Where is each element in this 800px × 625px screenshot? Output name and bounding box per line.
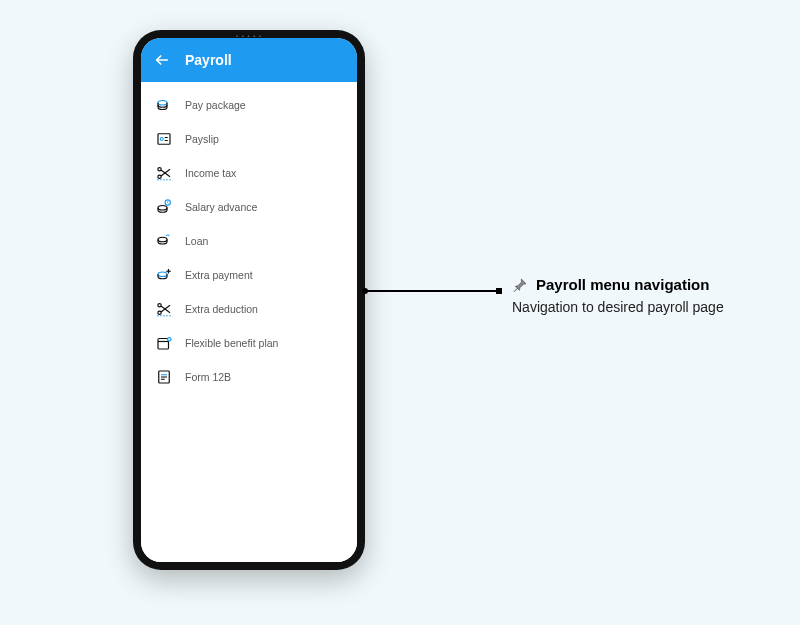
coins-hand-icon [155,232,173,250]
menu-item-loan[interactable]: Loan [141,224,357,258]
form-icon [155,368,173,386]
menu-item-extra-payment[interactable]: Extra payment [141,258,357,292]
pushpin-icon [512,277,528,293]
arrow-left-icon [154,52,170,68]
payroll-menu: Pay package Payslip Income tax Salary ad… [141,82,357,562]
svg-point-13 [158,237,167,242]
back-button[interactable] [153,51,171,69]
svg-point-17 [158,304,161,307]
menu-item-label: Form 12B [185,371,231,383]
menu-item-label: Income tax [185,167,236,179]
svg-point-11 [158,206,167,211]
coins-plus-icon [155,266,173,284]
payslip-icon [155,130,173,148]
coins-icon [155,96,173,114]
box-plus-icon [155,334,173,352]
svg-point-14 [158,272,167,277]
svg-point-6 [158,168,161,171]
menu-item-extra-deduction[interactable]: Extra deduction [141,292,357,326]
menu-item-salary-advance[interactable]: Salary advance [141,190,357,224]
menu-item-label: Extra payment [185,269,253,281]
menu-item-fbp[interactable]: Flexible benefit plan [141,326,357,360]
app-bar: Payroll [141,38,357,82]
svg-rect-22 [158,339,169,350]
scissors-icon [155,300,173,318]
svg-point-1 [158,101,167,106]
svg-point-3 [160,138,163,141]
coins-clock-icon [155,198,173,216]
menu-item-label: Pay package [185,99,246,111]
menu-item-income-tax[interactable]: Income tax [141,156,357,190]
menu-item-label: Salary advance [185,201,257,213]
app-bar-title: Payroll [185,52,232,68]
menu-item-label: Loan [185,235,208,247]
annotation-callout: Payroll menu navigation Navigation to de… [512,276,724,315]
annotation-title: Payroll menu navigation [536,276,709,293]
menu-item-pay-package[interactable]: Pay package [141,88,357,122]
menu-item-payslip[interactable]: Payslip [141,122,357,156]
menu-item-form-12b[interactable]: Form 12B [141,360,357,394]
annotation-subtitle: Navigation to desired payroll page [512,299,724,315]
menu-item-label: Flexible benefit plan [185,337,278,349]
phone-screen: Payroll Pay package Payslip Income tax [141,38,357,562]
menu-item-label: Payslip [185,133,219,145]
svg-point-7 [158,175,161,178]
annotation-line [362,290,502,292]
phone-frame: • • • • • Payroll Pay package Payslip [133,30,365,570]
annotation-title-row: Payroll menu navigation [512,276,724,293]
phone-speaker-dots: • • • • • [236,33,262,39]
menu-item-label: Extra deduction [185,303,258,315]
scissors-icon [155,164,173,182]
svg-point-18 [158,311,161,314]
